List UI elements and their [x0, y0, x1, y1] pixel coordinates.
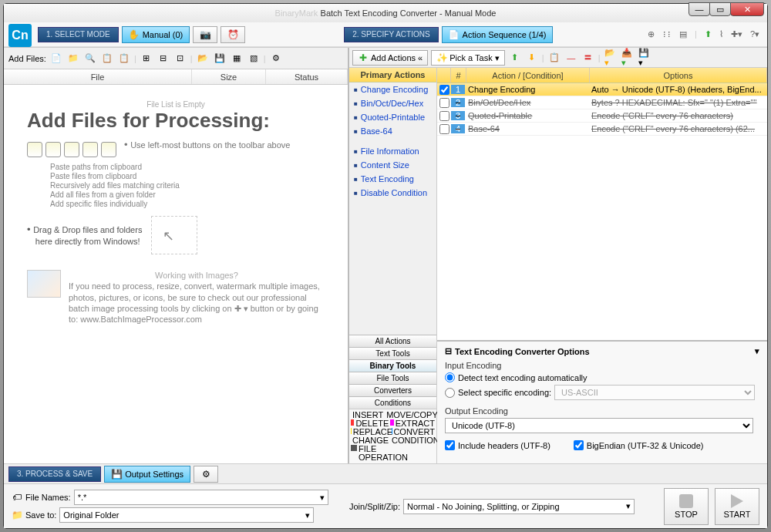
up-arrow-icon[interactable]: ⬆ [705, 29, 712, 39]
paste-files-icon[interactable]: 📋 [100, 52, 114, 66]
step-2-tab[interactable]: 2. SPECIFY ACTIONS [344, 27, 438, 42]
cat-all[interactable]: All Actions [349, 335, 436, 347]
clock-icon: ⏰ [227, 29, 238, 40]
chk-bigendian-label: BigEndian (UTF-32 & Unicode) [587, 441, 704, 450]
gh-action[interactable]: Action / [Condition] [466, 68, 590, 82]
hint-icons [27, 142, 116, 157]
gear-icon: ⚙ [200, 469, 211, 480]
add-file-icon[interactable]: 📄 [49, 52, 63, 66]
move-up-icon[interactable]: ⬆ [508, 51, 522, 65]
options-title: ⊟ Text Encoding Converter Options ▾ [445, 346, 759, 356]
action-sequence-tab[interactable]: 📄 Action Sequence (1/4) [442, 26, 554, 43]
chk-include-headers[interactable] [445, 440, 455, 450]
globe-icon[interactable]: ⊕ [648, 29, 655, 39]
grid-row-4[interactable]: 4 Base-64 Encode ("CRLF" every 76 charac… [437, 123, 767, 136]
join-combo[interactable]: Normal - No Joining, Splitting, or Zippi… [403, 499, 635, 514]
tb-icon-13[interactable]: ⚙ [269, 52, 283, 66]
row-chk-4[interactable] [439, 124, 449, 134]
output-settings-tab[interactable]: 💾 Output Settings [104, 466, 190, 483]
pick-task-dropdown[interactable]: ✨ Pick a Task ▾ [431, 50, 505, 66]
manual-tab[interactable]: ✋ Manual (0) [122, 26, 190, 43]
paste-paths-icon[interactable]: 📋 [117, 52, 131, 66]
action-content-size[interactable]: Content Size [349, 158, 436, 172]
cursor-docs-icon: ↖ [151, 216, 197, 254]
sliders-icon[interactable]: ⫶⫶ [662, 29, 672, 39]
action-file-info[interactable]: File Information [349, 144, 436, 158]
file-names-combo[interactable]: *.*▾ [74, 490, 328, 505]
gh-num[interactable]: # [451, 68, 466, 82]
chk-bigendian[interactable] [574, 440, 584, 450]
radio-auto-detect[interactable] [445, 372, 455, 382]
add-recursive-icon[interactable]: 🔍 [83, 52, 97, 66]
radio-specific[interactable] [445, 388, 455, 398]
cat-file[interactable]: File Tools [349, 372, 436, 384]
action-quoted-printable[interactable]: Quoted-Printable [349, 110, 436, 124]
gear-tab[interactable]: ⚙ [194, 466, 218, 483]
rename-icon: 🏷 [12, 492, 22, 503]
grid-body: 1 Change Encoding Auto → Unicode (UTF-8)… [437, 83, 767, 136]
row-chk-3[interactable] [439, 111, 449, 121]
cat-binary[interactable]: Binary Tools [349, 359, 436, 372]
legend: INSERTMOVE/COPYDELETEEXTRACTREPLACECONVE… [349, 409, 436, 463]
action-binoctdechex[interactable]: Bin/Oct/Dec/Hex [349, 96, 436, 110]
tb-icon-8[interactable]: ⊡ [173, 52, 187, 66]
open-actions-icon[interactable]: 📂▾ [604, 51, 618, 65]
grid-row-1[interactable]: 1 Change Encoding Auto → Unicode (UTF-8)… [437, 83, 767, 96]
cat-text[interactable]: Text Tools [349, 347, 436, 359]
copy-action-icon[interactable]: 📋 [547, 51, 561, 65]
cat-converters[interactable]: Converters [349, 384, 436, 396]
open-folder-icon[interactable]: 📂 [196, 52, 210, 66]
save-icon[interactable]: 💾 [213, 52, 227, 66]
save-actions-icon[interactable]: 💾▾ [638, 51, 651, 65]
remove-action-icon[interactable]: — [564, 51, 578, 65]
window-title: BinaryMark Batch Text Encoding Converter… [275, 8, 497, 19]
tb-icon-6[interactable]: ⊞ [140, 52, 153, 66]
action-base64[interactable]: Base-64 [349, 124, 436, 138]
plus-green-icon: ✚ [358, 52, 369, 63]
save-to-label: Save to: [25, 510, 56, 520]
save-to-combo[interactable]: Original Folder▾ [59, 507, 314, 523]
grid-row-3[interactable]: 3 Quoted-Printable Encode ("CRLF" every … [437, 109, 767, 123]
camera-tab[interactable]: 📷 [193, 26, 217, 43]
system-icons: ⊕ ⫶⫶ ▤ | ⬆ ⌇ ✚▾ ?▾ [648, 29, 759, 39]
move-down-icon[interactable]: ⬇ [525, 51, 539, 65]
add-actions-button[interactable]: ✚ Add Actions « [352, 50, 428, 66]
join-label: Join/Split/Zip: [349, 502, 400, 511]
gh-options[interactable]: Options [590, 68, 767, 82]
col-file[interactable]: File [4, 69, 192, 84]
bottom-tabs: 3. PROCESS & SAVE 💾 Output Settings ⚙ [4, 463, 767, 483]
import-actions-icon[interactable]: 📥▾ [621, 51, 635, 65]
action-disable-condition[interactable]: Disable Condition [349, 186, 436, 200]
step-1-tab[interactable]: 1. SELECT MODE [38, 27, 119, 42]
grid-row-2[interactable]: 2 Bin/Oct/Dec/Hex Bytes ? HEXADECIMAL: S… [437, 96, 767, 109]
clear-actions-icon[interactable]: 〓 [581, 51, 595, 65]
row-chk-2[interactable] [439, 98, 449, 108]
file-column-headers: File Size Status [4, 69, 348, 85]
input-encoding-select[interactable]: US-ASCII [554, 385, 755, 400]
row-chk-1[interactable] [439, 85, 449, 95]
minimize-button[interactable]: — [689, 2, 710, 16]
clock-tab[interactable]: ⏰ [221, 26, 245, 43]
hint-4: Add specific files individually [50, 200, 325, 208]
stop-button[interactable]: STOP [664, 488, 709, 525]
wifi-icon[interactable]: ⌇ [719, 29, 723, 39]
output-encoding-select[interactable]: Unicode (UTF-8) [445, 418, 753, 433]
plus-icon[interactable]: ✚▾ [731, 29, 742, 39]
add-folder-icon[interactable]: 📁 [66, 52, 80, 66]
col-status[interactable]: Status [266, 69, 348, 84]
help-icon[interactable]: ?▾ [750, 29, 759, 39]
tb-icon-12[interactable]: ▧ [247, 52, 261, 66]
layers-icon[interactable]: ▤ [679, 29, 687, 39]
cat-conditions[interactable]: Conditions [349, 396, 436, 409]
maximize-button[interactable]: ▭ [709, 2, 731, 16]
step-3-tab[interactable]: 3. PROCESS & SAVE [8, 466, 101, 482]
col-size[interactable]: Size [192, 69, 266, 84]
grid-header: # Action / [Condition] Options [437, 68, 767, 83]
close-button[interactable]: ✕ [730, 2, 764, 16]
start-button[interactable]: START [715, 488, 759, 525]
tb-icon-11[interactable]: ▦ [230, 52, 244, 66]
action-change-encoding[interactable]: Change Encoding [349, 82, 436, 96]
action-text-encoding[interactable]: Text Encoding [349, 172, 436, 186]
tb-icon-7[interactable]: ⊟ [157, 52, 170, 66]
hint-icon-1 [27, 142, 42, 157]
